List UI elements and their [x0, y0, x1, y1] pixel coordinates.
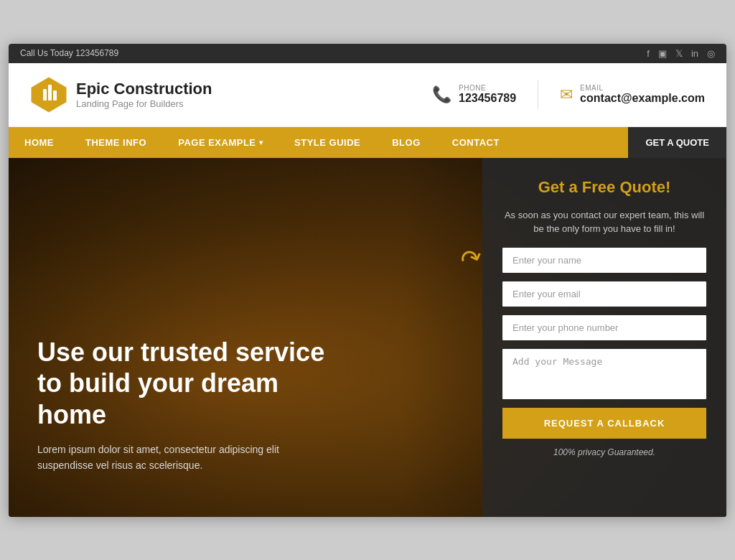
social-icons: f ▣ 𝕏 in ◎ [647, 48, 715, 59]
contact-divider [538, 80, 538, 109]
email-label: EMAIL [580, 84, 705, 92]
youtube-icon[interactable]: ▣ [658, 48, 667, 59]
phone-input[interactable] [502, 315, 706, 340]
logo-icon [30, 76, 67, 113]
nav-get-quote[interactable]: GET A QUOTE [628, 127, 726, 158]
instagram-icon[interactable]: ◎ [707, 48, 715, 59]
hero-content: Use our trusted service to build your dr… [9, 158, 726, 517]
chevron-down-icon: ▾ [259, 139, 263, 146]
twitter-icon[interactable]: 𝕏 [675, 48, 683, 59]
phone-value: 123456789 [459, 92, 516, 105]
svg-rect-2 [48, 85, 52, 101]
header-contact: 📞 PHONE 123456789 ✉ EMAIL contact@exampl… [432, 80, 705, 109]
quote-panel: ↷ Get a Free Quote! As soon as you conta… [482, 158, 726, 517]
hero-section: Use our trusted service to build your dr… [9, 158, 726, 517]
email-value: contact@example.com [580, 92, 705, 105]
phone-label: PHONE [459, 84, 516, 92]
nav-home[interactable]: HOME [9, 127, 70, 158]
nav-style-guide[interactable]: STYLE GUIDE [278, 127, 376, 158]
hero-left: Use our trusted service to build your dr… [9, 158, 482, 517]
email-contact: ✉ EMAIL contact@example.com [560, 84, 705, 105]
svg-rect-1 [43, 89, 47, 101]
submit-button[interactable]: REQUEST A CALLBACK [502, 408, 706, 439]
nav-blog[interactable]: BLOG [376, 127, 436, 158]
privacy-text: 100% privacy Guaranteed. [502, 447, 706, 457]
hero-title: Use our trusted service to build your dr… [37, 337, 339, 430]
svg-rect-3 [53, 90, 57, 101]
linkedin-icon[interactable]: in [691, 48, 698, 59]
logo-area: Epic Construction Landing Page for Build… [30, 76, 212, 113]
nav-page-example[interactable]: PAGE EXAMPLE ▾ [162, 127, 278, 158]
nav-contact[interactable]: CONTACT [436, 127, 515, 158]
message-input[interactable] [502, 349, 706, 399]
email-input[interactable] [502, 281, 706, 307]
header: Epic Construction Landing Page for Build… [9, 63, 726, 127]
topbar-phone: Call Us Today 123456789 [20, 48, 118, 58]
main-nav: HOME THEME INFO PAGE EXAMPLE ▾ STYLE GUI… [9, 127, 726, 158]
name-input[interactable] [502, 248, 706, 273]
nav-theme-info[interactable]: THEME INFO [70, 127, 162, 158]
top-bar: Call Us Today 123456789 f ▣ 𝕏 in ◎ [9, 44, 726, 63]
quote-description: As soon as you contact our expert team, … [502, 208, 706, 236]
phone-contact: 📞 PHONE 123456789 [432, 84, 516, 105]
quote-title: Get a Free Quote! [502, 178, 706, 197]
email-icon: ✉ [560, 85, 573, 104]
logo-text: Epic Construction Landing Page for Build… [76, 80, 212, 109]
facebook-icon[interactable]: f [647, 48, 650, 59]
company-name: Epic Construction [76, 80, 212, 98]
hero-subtitle: Lorem ipsum dolor sit amet, consectetur … [37, 442, 310, 474]
company-tagline: Landing Page for Builders [76, 98, 212, 109]
phone-icon: 📞 [432, 85, 451, 104]
